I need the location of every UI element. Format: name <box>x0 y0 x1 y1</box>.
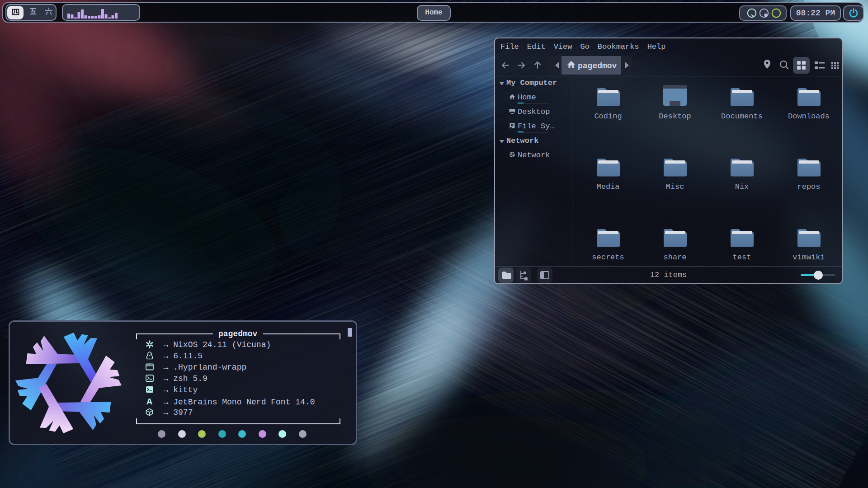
svg-text:pagedmov: pagedmov <box>578 61 617 70</box>
